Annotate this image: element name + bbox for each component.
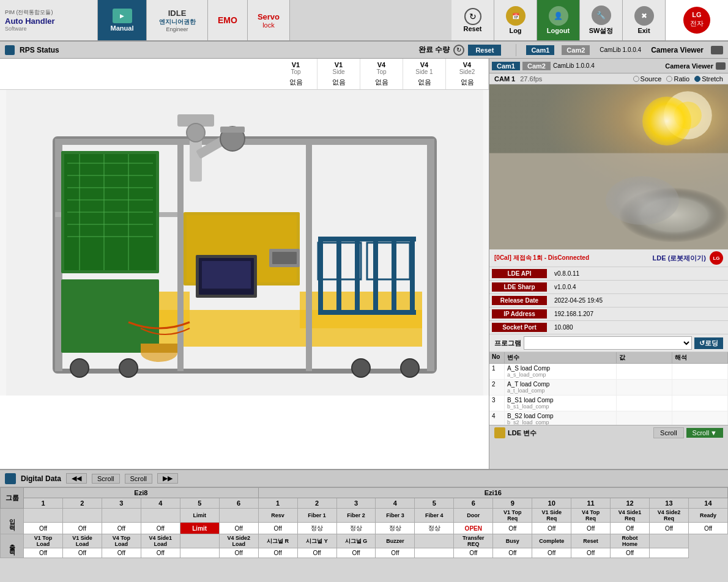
var-no: 1 (489, 364, 505, 379)
input-val-17: Off (688, 523, 727, 534)
input-val-12: Off (493, 523, 532, 534)
cam2-button[interactable]: Cam2 (562, 45, 590, 55)
refresh-icon[interactable]: ↻ (453, 45, 464, 56)
camera-object (606, 176, 679, 225)
var-name-cell: B_S1 load Comp b_s1_load_comp (505, 396, 617, 411)
scroll-down-button[interactable]: Scroll ▼ (686, 428, 723, 438)
reload-button[interactable]: ↺로딩 (694, 337, 723, 349)
input-val-1: Off (62, 523, 102, 534)
output-header-4 (180, 534, 219, 548)
interpret-col-header: 해석 (672, 352, 728, 363)
vision-sub: Top (376, 68, 386, 75)
logo-line1: PIM (전력통합모듈) (5, 9, 55, 17)
input-val-16: Off (650, 523, 689, 534)
svg-rect-9 (427, 139, 434, 371)
scroll-rr-button[interactable]: ▶▶ (157, 473, 178, 484)
cam-icon-right (716, 62, 726, 70)
vision-col: V4 Side2 없음 (446, 59, 489, 89)
var-interpret-cell (672, 396, 728, 411)
vision-cols: V1 Top 없음 V1 Side 없음 V4 Top 없음 V4 Side 1… (275, 59, 489, 89)
ezi8-col-2: 2 (62, 498, 102, 509)
cam1-tab-button[interactable]: Cam1 (492, 62, 520, 70)
var-row: 3 B_S1 load Comp b_s1_load_comp (489, 396, 728, 411)
log-label: Log (509, 27, 521, 34)
digital-data-table: 그룹 Ezi8 Ezi16 12345612345691011121314 입력… (0, 487, 728, 558)
lg-logo: LG 전자 (666, 0, 728, 40)
output-header-8: 시그널 G (336, 534, 376, 548)
svg-text:LG: LG (692, 11, 701, 18)
cam2-tab-button[interactable]: Cam2 (522, 62, 551, 70)
scroll-right-button[interactable]: Scroll (125, 474, 153, 484)
input-header-17: Ready (688, 509, 727, 523)
sw-button[interactable]: 🔧 SW설정 (580, 0, 623, 40)
program-dropdown[interactable] (524, 336, 692, 350)
var-row: 2 A_T load Comp a_t_load_comp (489, 380, 728, 396)
lde-socket-value: 10.080 (549, 324, 573, 331)
cam1-button[interactable]: Cam1 (526, 45, 554, 55)
stretch-radio[interactable]: Stretch (694, 75, 723, 83)
lde-var-label: LDE 변수 (508, 429, 537, 438)
svg-rect-49 (141, 344, 177, 353)
ezi16-col-5: 5 (415, 498, 454, 509)
vision-value: 없음 (418, 75, 431, 87)
ezi8-col-4: 4 (141, 498, 180, 509)
output-header-11: Transfer REQ (454, 534, 493, 548)
lde-header: [0Cal] 제접속 1회 - DisConnected LDE (로봇제이기)… (489, 249, 728, 267)
ezi8-header: Ezi8 (24, 488, 259, 498)
scroll-left-button[interactable]: Scroll (92, 474, 120, 484)
ezi16-col-9: 9 (493, 498, 532, 509)
scroll-dn-label: Scroll (693, 429, 710, 437)
manual-button[interactable]: ▶ Manual (98, 0, 147, 40)
input-header-10: Fiber 4 (415, 509, 454, 523)
exit-button[interactable]: ✖ Exit (623, 0, 666, 40)
input-val-5: Off (219, 523, 258, 534)
output-val-16 (650, 548, 689, 558)
output-val-11: Off (454, 548, 493, 558)
logout-button[interactable]: 👤 Logout (537, 0, 580, 40)
var-name-cell: B_S2 load Comp b_s2_load_comp (505, 411, 617, 425)
reset-button[interactable]: ↻ Reset (451, 0, 494, 40)
vision-value: 없음 (332, 75, 346, 87)
idle-button[interactable]: IDLE 엔지니어권한 Engineer (147, 0, 208, 40)
cam-header: Cam1 Cam2 CamLib 1.0.0.4 Camera Viewer (489, 59, 728, 73)
rps-status-bar: RPS Status 완료 수량 ↻ Reset Cam1 Cam2 CamLi… (0, 42, 728, 59)
servo-button[interactable]: Servo lock (248, 0, 290, 40)
emo-button[interactable]: EMO (208, 0, 248, 40)
digital-data-header: Digital Data ◀◀ Scroll Scroll ▶▶ (0, 470, 728, 487)
input-val-14: Off (571, 523, 611, 534)
ezi8-col-6: 6 (219, 498, 258, 509)
output-header-3: V4 Side1 Load (141, 534, 180, 548)
ezi16-col-3: 3 (336, 498, 376, 509)
vision-value: 없음 (289, 75, 303, 87)
ezi16-col-11: 11 (571, 498, 611, 509)
lde-release-row: Release Date 2022-04-25 19:45 (489, 294, 728, 308)
lde-status-text: [0Cal] 제접속 1회 - DisConnected (494, 254, 589, 262)
wanlyo-reset-button[interactable]: Reset (468, 45, 501, 56)
scroll-ll-button[interactable]: ◀◀ (66, 473, 87, 484)
log-button[interactable]: 📅 Log (494, 0, 537, 40)
svg-rect-45 (318, 310, 416, 315)
var-sub: b_s2_load_comp (507, 419, 614, 425)
cam-viewer-label: Camera Viewer (651, 46, 704, 54)
input-val-0: Off (24, 523, 63, 534)
svg-rect-26 (61, 279, 159, 353)
input-header-0 (24, 509, 63, 523)
vision-value: 없음 (375, 75, 388, 87)
camera-status-bar: CAM 1 27.6fps Source Ratio Stretch (489, 73, 728, 84)
output-row-label: 출력 (1, 534, 24, 558)
lde-sharp-version: v1.0.0.4 (549, 284, 576, 290)
source-radio[interactable]: Source (633, 75, 662, 83)
input-val-11: OPEN (454, 523, 493, 534)
lde-api-label: LDE API (492, 269, 547, 278)
output-header-1: V1 Side Load (62, 534, 102, 548)
input-header-2 (102, 509, 141, 523)
svg-point-52 (119, 359, 138, 377)
output-val-7: Off (297, 548, 336, 558)
stretch-label: Stretch (702, 75, 723, 83)
ratio-radio[interactable]: Ratio (666, 75, 689, 83)
svg-rect-11 (306, 139, 312, 371)
var-table-header: No 변수 값 해석 (489, 352, 728, 364)
output-header-13: Complete (532, 534, 571, 548)
scroll-up-button[interactable]: Scroll (653, 427, 684, 438)
lde-title: LDE (로봇제이기) (653, 254, 706, 263)
